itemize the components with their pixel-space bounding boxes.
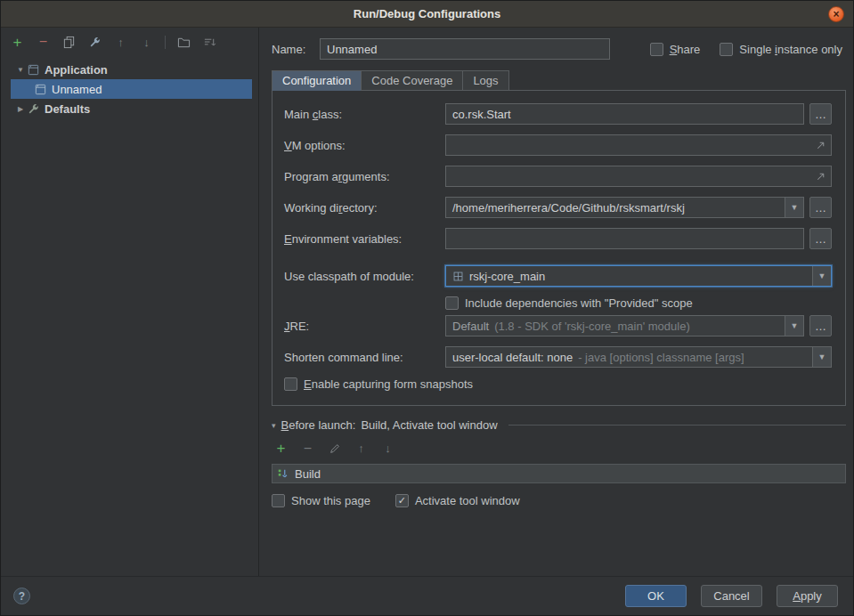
build-icon: [277, 467, 289, 480]
before-launch-toolbar: + − ↑ ↓: [272, 432, 846, 464]
copy-configuration-button[interactable]: [61, 35, 77, 50]
tab-code-coverage[interactable]: Code Coverage: [361, 70, 462, 91]
main-class-browse-button[interactable]: …: [809, 103, 832, 125]
edit-defaults-button[interactable]: [87, 35, 102, 50]
configuration-editor: Name: Share Single instance only Configu…: [259, 28, 853, 576]
ellipsis-icon: …: [815, 232, 826, 246]
show-this-page-checkbox[interactable]: Show this page: [272, 494, 370, 507]
tree-item-application[interactable]: ▼ Application: [11, 60, 252, 79]
move-task-down-button[interactable]: ↓: [380, 441, 395, 456]
add-configuration-button[interactable]: +: [10, 35, 25, 50]
tree-item-unnamed[interactable]: Unnamed: [11, 79, 252, 99]
single-instance-checkbox-box: [720, 43, 733, 56]
working-directory-value: /home/meriherrera/Code/Github/rsksmart/r…: [452, 201, 685, 215]
chevron-down-icon: ▼: [791, 203, 799, 212]
run-debug-configurations-dialog: Run/Debug Configurations × + − ↑ ↓: [0, 0, 854, 616]
name-input[interactable]: [320, 38, 610, 60]
share-checkbox-label: Share: [670, 43, 701, 56]
single-instance-checkbox[interactable]: Single instance only: [720, 43, 842, 56]
activate-tool-window-checkbox[interactable]: ✓ Activate tool window: [395, 494, 520, 507]
configuration-tab-panel: Main class: … VM options:: [272, 90, 846, 406]
include-provided-checkbox[interactable]: Include dependencies with "Provided" sco…: [445, 296, 693, 310]
wrench-icon: [88, 36, 102, 49]
shorten-command-line-value: user-local default: none: [452, 351, 573, 364]
ellipsis-icon: …: [815, 201, 826, 215]
single-instance-checkbox-label: Single instance only: [739, 43, 842, 56]
jre-dropdown-button[interactable]: ▼: [785, 316, 803, 336]
question-icon: ?: [19, 590, 25, 603]
shorten-command-line-label: Shorten command line:: [284, 351, 445, 364]
main-class-input[interactable]: [445, 103, 804, 125]
titlebar[interactable]: Run/Debug Configurations ×: [1, 1, 853, 28]
before-launch-options: Show this page ✓ Activate tool window: [272, 494, 846, 507]
chevron-collapsed-icon: ▶: [14, 105, 27, 113]
move-up-button[interactable]: ↑: [113, 35, 128, 50]
working-directory-combo[interactable]: /home/meriherrera/Code/Github/rsksmart/r…: [445, 197, 804, 218]
configurations-tree: ▼ Application Unnamed ▶ Defaults: [1, 56, 258, 118]
tab-configuration[interactable]: Configuration: [272, 70, 361, 91]
ok-button[interactable]: OK: [625, 585, 687, 607]
name-label: Name:: [272, 43, 320, 56]
tree-item-label: Unnamed: [52, 83, 102, 96]
before-launch-header[interactable]: ▾ Before launch: Build, Activate tool wi…: [272, 418, 846, 432]
share-checkbox[interactable]: Share: [650, 43, 701, 56]
check-icon: ✓: [398, 496, 406, 506]
working-directory-browse-button[interactable]: …: [809, 197, 832, 218]
shorten-command-line-dropdown-button[interactable]: ▼: [812, 347, 831, 367]
plus-icon: +: [277, 441, 286, 456]
working-directory-dropdown-button[interactable]: ▼: [785, 198, 803, 217]
edit-task-button[interactable]: [327, 441, 342, 456]
before-launch-title: Before launch:: [281, 418, 356, 432]
environment-variables-label: Environment variables:: [284, 232, 445, 246]
program-arguments-input[interactable]: [445, 166, 832, 187]
chevron-expanded-icon: ▼: [14, 66, 27, 74]
classpath-module-combo[interactable]: rskj-core_main ▼: [445, 265, 832, 287]
module-icon: [452, 271, 464, 282]
move-task-up-button[interactable]: ↑: [354, 441, 369, 456]
help-button[interactable]: ?: [13, 588, 30, 604]
chevron-down-icon: ▾: [272, 421, 276, 430]
arrow-up-icon: ↑: [358, 442, 364, 454]
environment-variables-browse-button[interactable]: …: [809, 228, 832, 249]
tree-item-label: Defaults: [45, 102, 90, 116]
add-task-button[interactable]: +: [273, 441, 289, 456]
jre-combo[interactable]: Default (1.8 - SDK of 'rskj-core_main' m…: [445, 315, 804, 336]
ellipsis-icon: …: [815, 320, 826, 333]
arrow-down-icon: ↓: [385, 442, 391, 454]
vm-options-expand-button[interactable]: [814, 139, 827, 152]
enable-capturing-checkbox[interactable]: Enable capturing form snapshots: [284, 377, 473, 391]
application-icon: [34, 83, 47, 96]
tab-logs[interactable]: Logs: [462, 70, 508, 91]
activate-tool-window-checkbox-box: ✓: [395, 494, 409, 507]
jre-browse-button[interactable]: …: [809, 315, 832, 336]
wrench-icon: [27, 102, 40, 116]
tree-item-defaults[interactable]: ▶ Defaults: [11, 99, 252, 118]
include-provided-checkbox-label: Include dependencies with "Provided" sco…: [465, 296, 693, 310]
environment-variables-input[interactable]: [445, 228, 804, 249]
before-launch-section: ▾ Before launch: Build, Activate tool wi…: [272, 418, 846, 507]
working-directory-label: Working directory:: [284, 201, 445, 215]
vm-options-label: VM options:: [284, 139, 445, 152]
close-button[interactable]: ×: [828, 6, 844, 22]
program-arguments-label: Program arguments:: [284, 170, 445, 183]
move-down-button[interactable]: ↓: [139, 35, 154, 50]
configuration-tabs: Configuration Code Coverage Logs: [272, 70, 846, 91]
enable-capturing-checkbox-label: Enable capturing form snapshots: [304, 377, 473, 391]
shorten-command-line-combo[interactable]: user-local default: none - java [options…: [445, 346, 832, 368]
create-folder-button[interactable]: [176, 35, 191, 50]
minus-icon: −: [304, 442, 312, 456]
sort-configurations-button[interactable]: [202, 35, 217, 50]
configurations-sidebar: + − ↑ ↓ ▼: [1, 28, 259, 576]
vm-options-input[interactable]: [445, 134, 832, 156]
program-arguments-expand-button[interactable]: [814, 170, 827, 183]
remove-task-button[interactable]: −: [300, 441, 315, 456]
apply-button[interactable]: Apply: [777, 585, 838, 607]
remove-configuration-button[interactable]: −: [36, 35, 51, 50]
classpath-module-dropdown-button[interactable]: ▼: [812, 266, 831, 286]
enable-capturing-checkbox-box: [284, 377, 297, 391]
jre-value: Default: [452, 320, 489, 333]
expand-icon: [815, 140, 826, 151]
task-row-build[interactable]: Build: [272, 465, 845, 482]
ellipsis-icon: …: [815, 108, 826, 121]
cancel-button[interactable]: Cancel: [701, 585, 762, 607]
